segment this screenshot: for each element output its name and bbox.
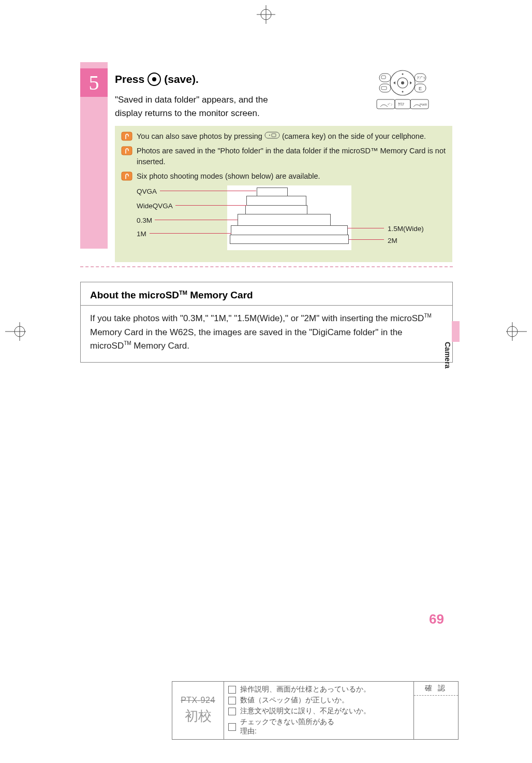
svg-rect-28 [122,132,132,140]
registration-mark-right [506,321,527,342]
proof-confirm-label: 確 認 [414,682,458,696]
mode-2m: 2M [388,236,397,246]
registration-mark-top [257,5,275,24]
svg-rect-15 [381,76,386,79]
svg-rect-14 [379,74,391,82]
about-microsd-box: About the microSDTM Memory Card If you t… [80,282,453,363]
svg-point-12 [402,74,404,75]
proof-check2: 数値（スペック値）が正しいか。 [240,696,349,705]
svg-point-11 [401,81,404,84]
proof-check3: 注意文や説明文に誤り、不足がないか。 [240,707,371,716]
svg-point-31 [269,135,270,136]
side-tab [452,321,460,342]
proof-code: PTX-924 [181,696,215,705]
about-heading: About the microSDTM Memory Card [90,290,253,301]
dashed-separator [80,266,453,267]
page-body: ｱﾌﾟﾘ E ﾍﾟﾝ ｸﾘｱ PWR 5 Press (save). "Save… [80,62,453,363]
proof-check1: 操作説明、画面が仕様とあっているか。 [240,685,371,694]
svg-rect-32 [122,147,132,155]
svg-text:ｱﾌﾟﾘ: ｱﾌﾟﾘ [417,76,425,80]
tip2-text: Photos are saved in the "Photo folder" i… [137,146,446,168]
proof-stage: 初校 [185,707,212,725]
hand-icon [121,171,132,181]
proof-check4b: 理由: [240,727,257,735]
checkbox-icon [228,697,236,704]
mode-1m: 1M [137,229,146,239]
checkbox-icon [228,723,236,731]
page-number: 69 [429,611,444,627]
proof-check4a: チェックできない箇所がある [240,717,334,726]
svg-rect-33 [122,172,132,180]
step-title-pre: Press [115,73,144,85]
about-body: If you take photos with "0.3M," "1M," "1… [90,312,443,353]
checkbox-icon [228,686,236,694]
svg-rect-29 [265,132,279,138]
step-tab: 5 [80,62,108,249]
svg-text:PWR: PWR [420,103,427,106]
mode-qvga: QVGA [137,186,157,197]
hand-icon [121,146,132,155]
step-number: 5 [80,68,108,97]
checkbox-icon [228,708,236,715]
svg-rect-30 [272,134,276,137]
svg-text:E: E [419,86,422,91]
tip1-text: You can also save photos by pressing (ca… [137,131,426,142]
svg-text:ﾍﾟﾝ: ﾍﾟﾝ [388,103,392,106]
step-description: "Saved in data folder" appears, and the … [115,93,275,121]
mode-15mwide: 1.5M(Wide) [388,224,424,234]
svg-point-13 [402,91,404,93]
hand-icon [121,132,132,141]
registration-mark-left [5,321,26,342]
about-divider [81,305,452,306]
keypad-illustration: ｱﾌﾟﾘ E ﾍﾟﾝ ｸﾘｱ PWR [359,68,447,117]
svg-rect-17 [381,87,387,90]
mode-03m: 0.3M [137,215,152,226]
step-title-post: (save). [164,73,199,85]
tip-box: You can also save photos by pressing (ca… [115,126,452,262]
proof-frame: PTX-924 初校 操作説明、画面が仕様とあっているか。 数値（スペック値）が… [172,681,459,740]
modes-diagram: QVGA WideQVGA 0.3M 1M 1.5M(Wide) 2M [137,185,452,253]
svg-text:ｸﾘｱ: ｸﾘｱ [398,102,404,107]
camera-key-icon [264,131,280,142]
mode-wideqvga: WideQVGA [137,201,173,211]
svg-rect-16 [379,84,391,92]
section-label: Camera [444,342,452,368]
center-key-icon [147,73,161,86]
tip3-text: Six photo shooting modes (shown below) a… [137,171,320,182]
